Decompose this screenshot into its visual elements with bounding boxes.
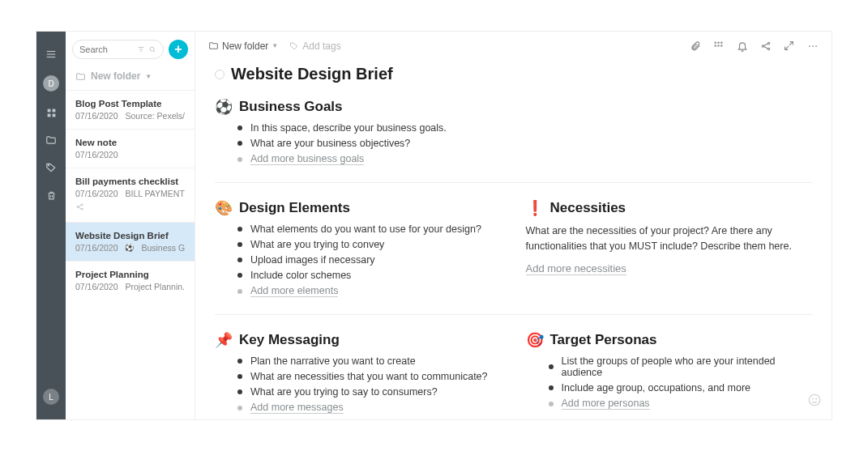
note-title: Blog Post Template — [75, 99, 185, 108]
svg-rect-4 — [52, 108, 55, 112]
svg-point-31 — [815, 45, 817, 47]
svg-rect-21 — [715, 45, 716, 46]
svg-line-17 — [79, 207, 82, 209]
checkbox-icon[interactable] — [215, 70, 224, 79]
folder-label: New folder — [91, 70, 140, 82]
new-note-button[interactable]: + — [169, 40, 188, 59]
note-title: New note — [75, 138, 185, 147]
svg-point-29 — [809, 45, 810, 47]
folder-icon[interactable] — [45, 134, 58, 147]
note-item[interactable]: Blog Post Template 07/16/2020 Source: Pe… — [66, 90, 195, 129]
note-title: Bill payments checklist — [75, 177, 185, 186]
add-more-link[interactable]: Add more messages — [250, 402, 344, 414]
folder-icon — [208, 40, 219, 51]
add-more-link[interactable]: Add more elements — [250, 285, 338, 297]
menu-icon[interactable] — [45, 48, 58, 61]
add-more-link[interactable]: Add more necessities — [526, 262, 626, 275]
folder-icon — [75, 71, 86, 82]
search-icon[interactable] — [148, 44, 156, 56]
workspace-avatar[interactable]: D — [43, 75, 59, 91]
svg-point-14 — [81, 204, 83, 206]
svg-point-24 — [762, 45, 763, 46]
apps-icon[interactable] — [45, 106, 58, 119]
chevron-down-icon: ▼ — [272, 42, 278, 49]
attachment-icon[interactable] — [689, 40, 701, 52]
filter-icon[interactable] — [137, 44, 145, 56]
svg-point-15 — [81, 208, 83, 210]
svg-line-27 — [763, 44, 768, 45]
note-item[interactable]: Website Design Brief 07/16/2020 ⚽ Busine… — [66, 222, 195, 261]
folder-selector[interactable]: New folder ▼ — [66, 67, 195, 90]
section-title[interactable]: Necessities — [550, 200, 626, 216]
svg-point-25 — [768, 42, 769, 44]
note-list: Blog Post Template 07/16/2020 Source: Pe… — [66, 90, 195, 419]
note-title: Website Design Brief — [75, 231, 185, 240]
target-icon: 🎯 — [526, 331, 544, 349]
svg-point-7 — [49, 165, 49, 166]
section-design-elements: 🎨 Design Elements What elements do you w… — [215, 199, 502, 301]
search-input[interactable] — [79, 45, 137, 54]
trash-icon[interactable] — [45, 189, 58, 202]
tag-icon[interactable] — [45, 161, 58, 174]
search-input-wrap[interactable] — [72, 40, 164, 59]
sidebar: + New folder ▼ Blog Post Template 07/16/… — [66, 32, 195, 419]
bell-icon[interactable] — [736, 40, 748, 52]
chevron-down-icon: ▼ — [145, 73, 152, 80]
section-para[interactable]: What are the necessities of your project… — [526, 223, 813, 254]
more-icon[interactable] — [806, 40, 819, 52]
palette-icon: 🎨 — [215, 199, 233, 217]
add-tags-button[interactable]: Add tags — [289, 40, 340, 52]
section-target-personas: 🎯 Target Personas List the groups of peo… — [526, 331, 813, 418]
note-item[interactable]: Project Planning 07/16/2020 Project Plan… — [66, 261, 195, 300]
svg-line-28 — [763, 46, 768, 48]
section-title[interactable]: Key Messaging — [239, 332, 340, 348]
svg-rect-18 — [715, 42, 716, 44]
svg-rect-23 — [720, 45, 722, 46]
note-title: Project Planning — [75, 270, 185, 279]
share-icon — [75, 202, 185, 214]
section-necessities: ❗ Necessities What are the necessities o… — [526, 199, 813, 301]
page-title[interactable]: Website Design Brief — [231, 65, 393, 83]
svg-rect-19 — [717, 42, 719, 44]
svg-point-30 — [812, 45, 814, 47]
svg-point-13 — [77, 206, 79, 208]
nav-rail: D L — [36, 32, 66, 419]
soccer-icon: ⚽ — [215, 98, 233, 116]
exclamation-icon: ❗ — [526, 199, 544, 217]
breadcrumb[interactable]: New folder ▼ — [208, 40, 278, 52]
svg-point-32 — [809, 394, 820, 406]
main: New folder ▼ Add tags Website De — [195, 32, 832, 419]
grid-icon[interactable] — [712, 40, 725, 52]
svg-point-34 — [816, 398, 817, 399]
tag-icon — [289, 41, 299, 51]
section-title[interactable]: Design Elements — [239, 200, 350, 216]
svg-rect-5 — [47, 113, 50, 117]
user-avatar[interactable]: L — [43, 389, 59, 405]
add-more-link[interactable]: Add more business goals — [250, 153, 364, 165]
section-business-goals: ⚽ Business Goals In this space, describe… — [215, 98, 812, 183]
svg-line-16 — [79, 205, 82, 206]
section-title[interactable]: Target Personas — [550, 332, 657, 348]
section-title[interactable]: Business Goals — [239, 99, 343, 115]
svg-rect-3 — [47, 108, 50, 112]
svg-line-12 — [153, 50, 155, 52]
svg-point-33 — [812, 398, 813, 399]
expand-icon[interactable] — [783, 40, 795, 52]
svg-rect-20 — [720, 42, 722, 44]
svg-rect-22 — [717, 45, 719, 46]
editor-content[interactable]: Website Design Brief ⚽ Business Goals In… — [195, 60, 832, 419]
section-key-messaging: 📌 Key Messaging Plan the narrative you w… — [215, 331, 502, 418]
topbar: New folder ▼ Add tags — [195, 32, 832, 60]
share-icon[interactable] — [759, 40, 772, 52]
add-more-link[interactable]: Add more personas — [562, 398, 650, 410]
svg-point-26 — [768, 48, 769, 49]
pin-icon: 📌 — [215, 331, 233, 349]
note-item[interactable]: New note 07/16/2020 — [66, 129, 195, 168]
feedback-icon[interactable] — [807, 393, 822, 410]
note-item[interactable]: Bill payments checklist 07/16/2020 BILL … — [66, 168, 195, 222]
svg-rect-6 — [52, 113, 55, 117]
